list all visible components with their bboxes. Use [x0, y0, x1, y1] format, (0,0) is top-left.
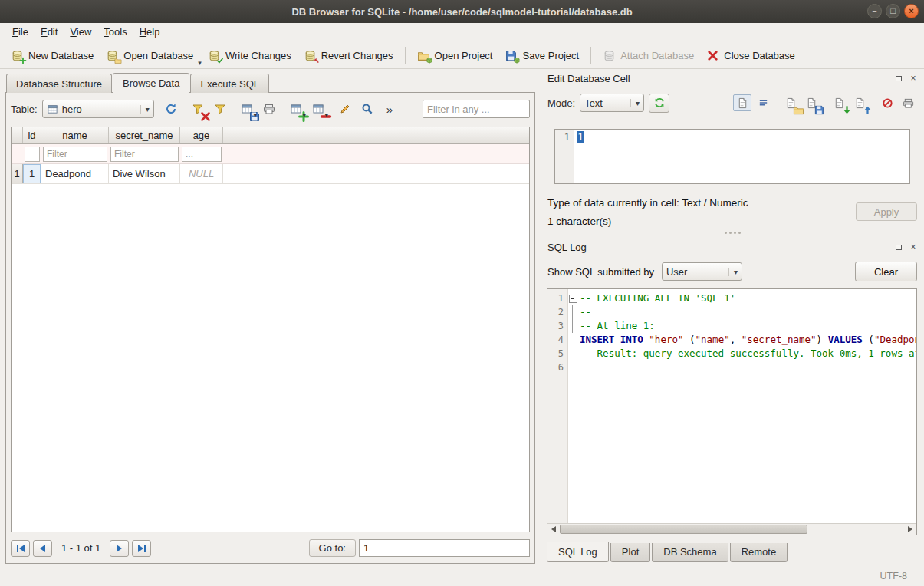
clear-filters-button[interactable]	[189, 100, 208, 118]
filter-input-name[interactable]	[43, 146, 107, 162]
log-horizontal-scrollbar[interactable]	[547, 523, 916, 535]
open-database-button[interactable]: Open Database	[100, 45, 199, 66]
cell-id[interactable]: 1	[23, 164, 41, 183]
revert-changes-button[interactable]: Revert Changes	[298, 45, 400, 66]
column-header-name[interactable]: name	[41, 127, 109, 143]
tab-sql-log[interactable]: SQL Log	[547, 542, 609, 562]
column-header-secret-name[interactable]: secret_name	[109, 127, 180, 143]
word-wrap-button[interactable]	[754, 94, 772, 111]
open-project-button[interactable]: Open Project	[411, 45, 499, 66]
menu-edit[interactable]: Edit	[35, 24, 64, 40]
insert-record-button[interactable]: ▾	[287, 100, 306, 118]
new-database-button[interactable]: New Database	[5, 45, 100, 66]
set-null-button[interactable]	[878, 94, 896, 111]
dock-close-button[interactable]: ×	[907, 73, 919, 84]
chevron-more-icon[interactable]: »	[386, 103, 393, 116]
header-filler	[223, 127, 529, 143]
cell-name[interactable]: Deadpond	[41, 164, 109, 183]
dock-close-button[interactable]: ×	[907, 242, 919, 253]
goto-button[interactable]: Go to:	[309, 539, 356, 557]
menu-view[interactable]: View	[64, 24, 97, 40]
attach-database-button[interactable]: Attach Database	[597, 45, 700, 66]
conditional-format-button[interactable]	[211, 100, 230, 118]
minimize-button[interactable]: −	[867, 4, 882, 18]
save-file-button[interactable]	[802, 94, 820, 111]
data-grid[interactable]: id name secret_name age 1 1 Deadpond Div…	[11, 127, 530, 532]
open-file-button[interactable]	[781, 94, 800, 111]
corner-header[interactable]	[12, 127, 23, 143]
grid-header-row: id name secret_name age	[12, 127, 529, 144]
dock-float-button[interactable]	[893, 242, 905, 253]
maximize-button[interactable]: □	[886, 4, 900, 18]
funnel-icon	[214, 103, 226, 115]
save-project-button[interactable]: Save Project	[498, 45, 585, 66]
auto-switch-mode-button[interactable]	[649, 94, 669, 113]
submitted-by-combobox[interactable]: User	[662, 262, 742, 281]
find-in-table-button[interactable]	[358, 100, 377, 118]
menu-file[interactable]: File	[6, 24, 35, 40]
scroll-right-arrow[interactable]	[904, 524, 916, 535]
menu-help[interactable]: Help	[133, 24, 166, 40]
new-database-icon	[11, 49, 24, 62]
table-label: Table:	[11, 104, 38, 115]
filter-input-id[interactable]	[25, 146, 40, 162]
close-database-button[interactable]: Close Database	[700, 45, 801, 66]
previous-record-button[interactable]	[33, 540, 52, 557]
filter-input-age[interactable]	[182, 146, 222, 162]
tab-database-structure[interactable]: Database Structure	[6, 74, 112, 93]
tab-browse-data[interactable]: Browse Data	[113, 73, 189, 94]
close-button[interactable]: ×	[904, 4, 919, 18]
clear-log-button[interactable]: Clear	[855, 262, 917, 281]
editor-content[interactable]: 1	[574, 130, 587, 183]
tab-plot[interactable]: Plot	[610, 543, 650, 562]
filter-any-column-input[interactable]	[423, 100, 530, 118]
editor-line-number: 1	[555, 130, 574, 183]
cell-editor[interactable]: 1 1	[554, 129, 910, 184]
print-icon	[903, 97, 914, 109]
scroll-thumb[interactable]	[560, 525, 807, 534]
goto-record-input[interactable]	[359, 539, 530, 557]
window-title: DB Browser for SQLite - /home/user/code/…	[291, 6, 632, 18]
refresh-icon	[165, 103, 177, 115]
grid-filter-row	[12, 144, 529, 164]
menu-tools[interactable]: Tools	[97, 24, 133, 40]
column-header-id[interactable]: id	[23, 127, 41, 143]
tab-remote[interactable]: Remote	[730, 543, 788, 562]
save-table-button[interactable]: ▾	[238, 100, 257, 118]
dock-float-button[interactable]	[893, 73, 905, 84]
apply-button[interactable]: Apply	[856, 202, 917, 221]
write-changes-button[interactable]: Write Changes	[202, 45, 298, 66]
text-view-button[interactable]	[733, 94, 751, 111]
refresh-button[interactable]	[162, 100, 181, 118]
scroll-track[interactable]	[560, 524, 904, 535]
mode-combobox[interactable]: Text	[580, 94, 644, 112]
filter-input-secret-name[interactable]	[110, 146, 179, 162]
next-record-button[interactable]	[110, 540, 129, 557]
cell-age[interactable]: NULL	[180, 164, 223, 183]
delete-record-button[interactable]: ▾	[309, 100, 328, 118]
scroll-left-arrow[interactable]	[547, 524, 560, 535]
table-row[interactable]: 1 1 Deadpond Dive Wilson NULL	[12, 164, 529, 184]
edit-cell-button[interactable]	[336, 100, 355, 118]
dock-splitter[interactable]	[541, 229, 924, 236]
cycle-icon	[653, 97, 666, 109]
row-number-cell[interactable]: 1	[12, 164, 23, 183]
export-data-button[interactable]	[850, 94, 869, 111]
sql-log-title: SQL Log	[547, 242, 587, 253]
last-record-button[interactable]	[132, 540, 151, 557]
tab-db-schema[interactable]: DB Schema	[652, 543, 728, 562]
tab-execute-sql[interactable]: Execute SQL	[190, 74, 269, 93]
edit-cell-dock-header: Edit Database Cell ×	[547, 71, 919, 86]
import-data-button[interactable]	[830, 94, 848, 111]
sql-log-dock-header: SQL Log ×	[547, 239, 919, 255]
print-button[interactable]	[260, 100, 279, 118]
first-record-button[interactable]	[11, 540, 30, 557]
selected-text: 1	[577, 131, 584, 143]
save-project-icon	[505, 49, 518, 62]
revert-changes-icon	[304, 49, 317, 62]
column-header-age[interactable]: age	[180, 127, 223, 143]
table-combobox[interactable]: hero	[42, 100, 154, 118]
print-cell-button[interactable]	[899, 94, 917, 111]
cell-secret-name[interactable]: Dive Wilson	[109, 164, 180, 183]
sql-log-view[interactable]: 123456 -- EXECUTING ALL IN 'SQL 1'---- A…	[547, 288, 917, 535]
